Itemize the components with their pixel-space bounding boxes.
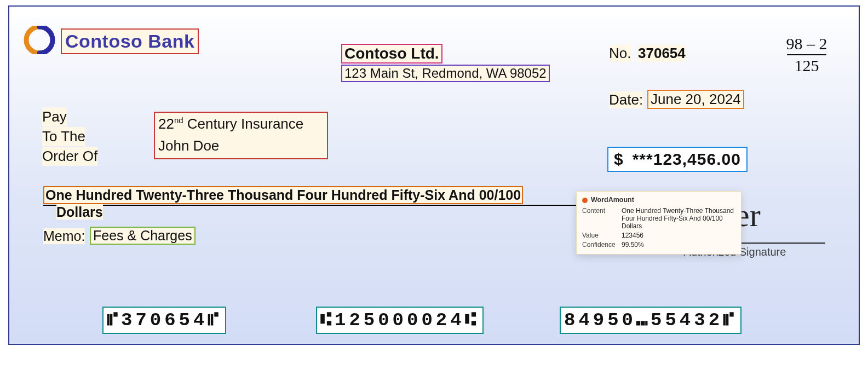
check-number-label: No. bbox=[609, 45, 631, 62]
date-label: Date: bbox=[609, 91, 643, 108]
amount-words-suffix: Dollars bbox=[56, 204, 103, 220]
tooltip-confidence-row: Confidence 99.50% bbox=[582, 241, 735, 249]
amount-numeric: $***123,456.00 bbox=[607, 147, 748, 172]
drawer-address: 123 Main St, Redmond, WA 98052 bbox=[341, 65, 550, 82]
micr-routing-number: ⑆125000024⑆ bbox=[316, 307, 484, 334]
payee-line1-rest: Century Insurance bbox=[183, 116, 304, 132]
memo-value: Fees & Charges bbox=[90, 227, 196, 245]
routing-fraction: 98 – 2 125 bbox=[779, 35, 834, 74]
bank-logo-icon bbox=[23, 26, 56, 54]
tooltip-title: WordAmount bbox=[591, 196, 634, 204]
amount-words: One Hundred Twenty-Three Thousand Four H… bbox=[43, 186, 523, 204]
amount-words-row: One Hundred Twenty-Three Thousand Four H… bbox=[43, 186, 578, 206]
drawer-name: Contoso Ltd. bbox=[341, 44, 442, 64]
currency-symbol: $ bbox=[614, 150, 624, 168]
pay-to-label-line3: Order Of bbox=[42, 147, 97, 166]
tooltip-dot-icon bbox=[582, 198, 588, 203]
payee-line1-sup: nd bbox=[174, 116, 183, 125]
tooltip-content-label: Content bbox=[582, 207, 622, 230]
tooltip-confidence-label: Confidence bbox=[582, 241, 622, 249]
tooltip-confidence-value: 99.50% bbox=[622, 241, 735, 249]
tooltip-value-value: 123456 bbox=[622, 232, 735, 239]
tooltip-value-label: Value bbox=[582, 232, 622, 239]
micr-account-number: 84950⑉55432⑈ bbox=[560, 307, 741, 334]
check-document: Contoso Bank Contoso Ltd. 123 Main St, R… bbox=[8, 5, 860, 345]
pay-to-label-line1: Pay bbox=[42, 107, 67, 126]
pay-to-label-line2: To The bbox=[42, 127, 85, 146]
fraction-bottom: 125 bbox=[779, 57, 834, 74]
fraction-line bbox=[787, 54, 826, 55]
payee: 22nd Century Insurance John Doe bbox=[154, 112, 328, 159]
fraction-top: 98 – 2 bbox=[779, 35, 834, 53]
memo-label: Memo: bbox=[43, 228, 85, 244]
date-value: June 20, 2024 bbox=[647, 90, 744, 109]
amount-numeric-value: ***123,456.00 bbox=[633, 150, 741, 168]
tooltip-title-row: WordAmount bbox=[582, 196, 735, 204]
micr-check-number: ⑈370654⑈ bbox=[102, 307, 226, 334]
bank-name: Contoso Bank bbox=[61, 28, 199, 54]
tooltip-content-value: One Hundred Twenty-Three Thousand Four H… bbox=[622, 207, 735, 230]
annotation-tooltip[interactable]: WordAmount Content One Hundred Twenty-Th… bbox=[576, 191, 741, 255]
check-number: 370654 bbox=[638, 45, 686, 62]
payee-line1-prefix: 22 bbox=[158, 116, 174, 132]
tooltip-value-row: Value 123456 bbox=[582, 232, 735, 239]
tooltip-content-row: Content One Hundred Twenty-Three Thousan… bbox=[582, 207, 735, 230]
payee-line2: John Doe bbox=[158, 137, 219, 154]
